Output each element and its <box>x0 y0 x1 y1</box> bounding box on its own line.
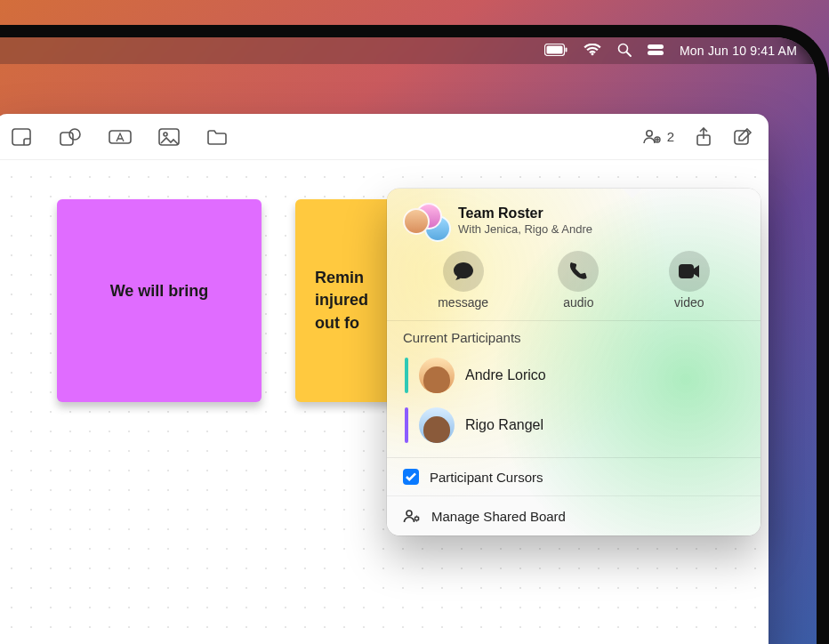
collaborate-count: 2 <box>667 129 674 144</box>
checkbox-checked-icon <box>403 469 419 485</box>
audio-action[interactable]: audio <box>558 251 599 310</box>
message-icon <box>443 251 484 292</box>
desktop: 2 We will bring Remin i <box>0 64 817 644</box>
action-label: message <box>438 295 488 310</box>
participants-header: Current Participants <box>387 321 761 350</box>
svg-point-20 <box>406 511 412 516</box>
menubar: Mon Jun 10 9:41 AM <box>0 37 817 64</box>
svg-rect-19 <box>679 264 694 278</box>
popover-subtitle: With Jenica, Rigo & Andre <box>458 222 592 236</box>
avatar <box>403 208 430 235</box>
action-label: video <box>674 295 704 310</box>
control-center-icon[interactable] <box>648 44 664 58</box>
share-button[interactable] <box>696 127 712 147</box>
toolbar: 2 <box>0 114 769 160</box>
shape-tool[interactable] <box>59 127 82 147</box>
action-label: audio <box>563 295 593 310</box>
participant-name: Rigo Rangel <box>465 417 543 433</box>
collaboration-popover: Team Roster With Jenica, Rigo & Andre me… <box>387 189 761 535</box>
file-tool[interactable] <box>206 127 228 147</box>
svg-rect-2 <box>565 47 567 52</box>
manage-shared-board[interactable]: Manage Shared Board <box>387 495 761 535</box>
image-tool[interactable] <box>158 127 180 147</box>
svg-point-14 <box>164 133 167 136</box>
svg-point-15 <box>646 130 651 135</box>
collaborate-button[interactable]: 2 <box>642 128 674 146</box>
participant-color-bar <box>405 407 408 443</box>
popover-title: Team Roster <box>458 205 592 221</box>
screen: Mon Jun 10 9:41 AM <box>0 37 817 644</box>
avatar <box>419 358 455 393</box>
phone-icon <box>558 251 599 292</box>
video-icon <box>669 251 710 292</box>
sticky-text: We will bring <box>110 282 209 301</box>
popover-header: Team Roster With Jenica, Rigo & Andre <box>387 189 761 247</box>
spotlight-icon[interactable] <box>617 43 632 60</box>
message-action[interactable]: message <box>438 251 488 310</box>
svg-rect-9 <box>12 129 30 145</box>
participant-row[interactable]: Andre Lorico <box>399 350 748 400</box>
wifi-icon[interactable] <box>584 44 601 59</box>
svg-point-11 <box>69 129 80 140</box>
compose-button[interactable] <box>733 127 753 147</box>
svg-line-4 <box>626 52 631 56</box>
option-label: Participant Cursors <box>430 470 543 485</box>
popover-actions: message audio video <box>387 247 761 321</box>
participant-row[interactable]: Rigo Rangel <box>399 400 748 450</box>
menubar-datetime[interactable]: Mon Jun 10 9:41 AM <box>680 44 797 58</box>
text-box-tool[interactable] <box>109 127 132 147</box>
sticky-note-tool[interactable] <box>11 127 32 147</box>
participant-color-bar <box>405 358 408 393</box>
manage-board-icon <box>403 507 421 525</box>
participant-cursors-toggle[interactable]: Participant Cursors <box>387 458 761 495</box>
svg-rect-1 <box>546 45 562 53</box>
avatar <box>419 407 455 443</box>
participants-list: Andre Lorico Rigo Rangel <box>387 350 761 458</box>
group-avatar-stack <box>403 203 447 238</box>
sticky-note-purple[interactable]: We will bring <box>57 199 262 402</box>
video-action[interactable]: video <box>669 251 710 310</box>
battery-icon[interactable] <box>544 44 567 59</box>
option-label: Manage Shared Board <box>431 509 566 524</box>
participant-name: Andre Lorico <box>465 367 546 383</box>
